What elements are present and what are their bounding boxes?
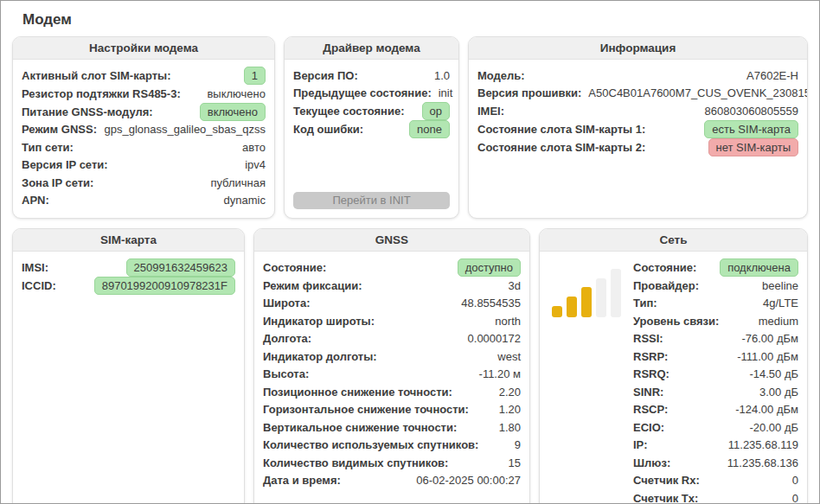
signal-bar xyxy=(596,278,606,317)
field-label: Шлюз: xyxy=(633,456,670,469)
field-row: Режим фиксации:3d xyxy=(263,277,521,295)
field-row: Количество видимых спутников:15 xyxy=(263,454,521,472)
field-value: 860803060805559 xyxy=(705,105,798,118)
field-row: Активный слот SIM-карты:1 xyxy=(22,67,266,85)
card-body: Состояние:доступноРежим фиксации:3dШирот… xyxy=(254,252,529,504)
field-label: Счетчик Tx: xyxy=(633,492,698,504)
card-body: Модель:A7602E-HВерсия прошивки:A50C4B01A… xyxy=(469,60,807,218)
card-modem-driver: Драйвер модема Версия ПО:1.0Предыдущее с… xyxy=(284,36,459,219)
card-body: IMSI:250991632459623ICCID:89701992009109… xyxy=(13,252,244,504)
bottom-card-row: SIM-карта IMSI:250991632459623ICCID:8970… xyxy=(12,228,808,504)
card-modem-settings: Настройки модема Активный слот SIM-карты… xyxy=(12,36,275,219)
signal-bars-icon xyxy=(552,269,621,317)
signal-bar xyxy=(567,297,577,317)
status-badge: 250991632459623 xyxy=(126,258,235,277)
status-badge: подключена xyxy=(720,258,798,277)
field-value: 11.235.68.119 xyxy=(728,438,798,451)
status-badge: none xyxy=(409,120,450,138)
field-label: Индикатор широты: xyxy=(263,315,375,328)
field-label: Режим GNSS: xyxy=(22,123,97,136)
field-row: Предыдущее состояние:init xyxy=(293,85,450,103)
field-label: Количество используемых спутников: xyxy=(263,438,478,451)
page-title: Модем xyxy=(22,11,819,29)
card-gnss: GNSS Состояние:доступноРежим фиксации:3d… xyxy=(253,228,530,504)
field-label: Код ошибки: xyxy=(293,123,363,136)
field-label: Уровень связи: xyxy=(633,315,719,328)
field-row: Состояние слота SIM-карты 2:нет SIM-карт… xyxy=(477,138,798,156)
field-label: Тип: xyxy=(633,297,657,309)
field-row: Режим GNSS:gps_glonass_galileo_sbas_qzss xyxy=(22,121,266,139)
status-badge: 8970199200910978231F xyxy=(94,277,235,295)
field-row: Код ошибки:none xyxy=(293,120,450,138)
field-label: RSSI: xyxy=(633,332,663,345)
card-title: Информация xyxy=(469,37,807,60)
field-value: 06-02-2025 00:00:27 xyxy=(416,474,521,487)
field-row: Зона IP сети:публичная xyxy=(22,174,266,192)
field-label: Состояние слота SIM-карты 1: xyxy=(477,123,645,136)
field-row: Счетчик Tx:0 xyxy=(633,489,798,504)
field-label: Версия прошивки: xyxy=(477,86,581,99)
field-row: SINR:3.00 дБ xyxy=(633,383,798,401)
field-row: Счетчик Rx:0 xyxy=(633,472,798,490)
field-value: dynamic xyxy=(224,194,266,207)
field-row: ECIO:-20.00 дБ xyxy=(633,418,798,437)
status-badge: op xyxy=(422,102,450,120)
network-rows: Состояние:подключенаПровайдер:beelineТип… xyxy=(633,258,798,504)
field-value: 1.20 xyxy=(499,403,521,416)
field-row: Количество используемых спутников:9 xyxy=(263,437,521,455)
field-row: RSSI:-76.00 дБм xyxy=(633,330,798,348)
field-row: Позиционное снижение точности:2.20 xyxy=(263,383,521,401)
field-row: Тип:4g/LTE xyxy=(633,295,798,313)
field-row: Индикатор долготы:west xyxy=(263,348,521,366)
status-badge: нет SIM-карты xyxy=(708,138,798,156)
card-sim: SIM-карта IMSI:250991632459623ICCID:8970… xyxy=(12,228,245,504)
field-label: Тип сети: xyxy=(22,141,74,154)
card-title: Драйвер модема xyxy=(285,37,458,60)
field-label: Счетчик Rx: xyxy=(633,474,700,487)
field-value: 11.235.68.136 xyxy=(727,456,798,469)
field-row: Долгота:0.0000172 xyxy=(263,330,521,348)
field-row: RSRQ:-14.50 дБ xyxy=(633,366,798,384)
field-label: Активный слот SIM-карты: xyxy=(22,69,170,82)
field-label: Количество видимых спутников: xyxy=(263,456,448,469)
goto-init-button[interactable]: Перейти в INIT xyxy=(293,192,450,209)
field-value: ipv4 xyxy=(245,158,266,171)
field-label: RSRQ: xyxy=(633,367,669,380)
modem-page: { "page": { "title": "Модем" }, "colors"… xyxy=(0,0,820,504)
card-information: Информация Модель:A7602E-HВерсия прошивк… xyxy=(468,36,808,219)
field-value: 0.0000172 xyxy=(468,332,521,345)
field-row: Состояние слота SIM-карты 1:есть SIM-кар… xyxy=(477,120,798,138)
field-label: Режим фиксации: xyxy=(263,279,362,292)
field-value: авто xyxy=(242,141,266,154)
field-label: Высота: xyxy=(263,367,309,380)
field-value: 3d xyxy=(509,279,521,292)
field-value: 4g/LTE xyxy=(763,297,798,309)
field-value: A7602E-H xyxy=(746,69,798,82)
field-label: Дата и время: xyxy=(263,474,341,487)
field-label: IMSI: xyxy=(22,261,48,274)
field-row: Питание GNSS-модуля:включено xyxy=(22,103,266,121)
status-badge: включено xyxy=(200,103,266,121)
field-row: Версия ПО:1.0 xyxy=(293,67,450,85)
content-area: Настройки модема Активный слот SIM-карты… xyxy=(1,36,819,504)
field-value: 48.8554535 xyxy=(461,297,521,309)
field-value: medium xyxy=(759,315,798,328)
field-row: IP:11.235.68.119 xyxy=(633,437,798,455)
field-label: Состояние: xyxy=(633,261,696,274)
field-label: ECIO: xyxy=(633,421,664,434)
card-title: Настройки модема xyxy=(13,37,274,60)
field-row: ICCID:8970199200910978231F xyxy=(22,277,235,295)
signal-bar xyxy=(552,306,562,317)
field-label: Долгота: xyxy=(263,332,311,345)
field-label: Горизонтальное снижение точности: xyxy=(263,403,469,416)
field-label: Позиционное снижение точности: xyxy=(263,386,452,399)
field-label: Состояние слота SIM-карты 2: xyxy=(477,141,645,154)
card-body: Версия ПО:1.0Предыдущее состояние:initТе… xyxy=(285,60,458,218)
field-row: Индикатор широты:north xyxy=(263,312,521,330)
field-value: 15 xyxy=(509,456,521,469)
field-label: ICCID: xyxy=(22,279,56,292)
field-row: Версия IP сети:ipv4 xyxy=(22,156,266,175)
field-label: IP: xyxy=(633,438,648,451)
field-label: Зона IP сети: xyxy=(22,176,93,189)
field-row: RSCP:-124.00 дБм xyxy=(633,401,798,419)
